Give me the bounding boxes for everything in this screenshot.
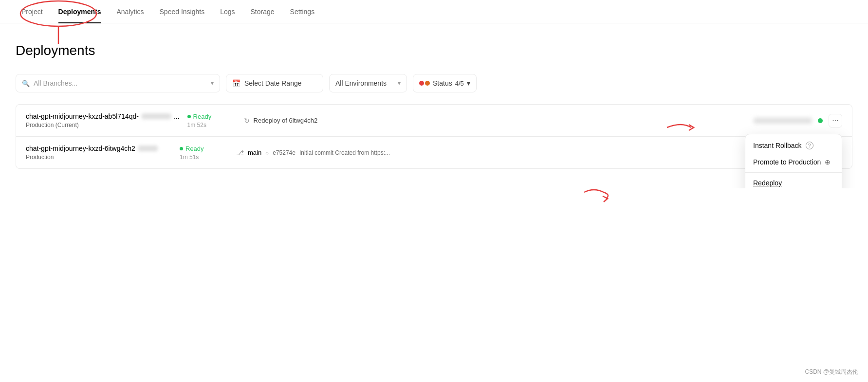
status-dots [419, 81, 430, 86]
chevron-down-icon: ▾ [211, 80, 214, 87]
deployment-name-blurred [138, 146, 158, 151]
nav-storage[interactable]: Storage [245, 0, 280, 23]
deployment-name: chat-gpt-midjourney-kxzd-6itwg4ch2 [26, 145, 172, 152]
deployment-time: 1m 51s [180, 154, 228, 161]
deployment-row: chat-gpt-midjourney-kxzd-ab5l714qd- ... … [16, 105, 852, 137]
nav-project[interactable]: Project [16, 0, 49, 23]
deployments-list: chat-gpt-midjourney-kxzd-ab5l714qd- ... … [16, 104, 852, 169]
status-count: 4/5 [455, 80, 464, 87]
menu-redeploy[interactable]: Redeploy [745, 175, 842, 188]
deployment-env: Production (Current) [26, 122, 180, 128]
nav-analytics[interactable]: Analytics [111, 0, 150, 23]
deployment-name: chat-gpt-midjourney-kxzd-ab5l714qd- ... [26, 112, 180, 120]
menu-promote-production[interactable]: Promote to Production ⊕ [745, 154, 842, 170]
active-indicator [818, 118, 823, 123]
deployment-time: 1m 52s [187, 122, 236, 128]
status-dot-green [180, 147, 183, 150]
deployment-status-section: Ready 1m 52s [187, 113, 236, 128]
branches-filter[interactable]: 🔍 All Branches... ▾ [16, 74, 220, 92]
nav-settings[interactable]: Settings [284, 0, 321, 23]
deployment-menu-button[interactable]: ··· [829, 114, 842, 127]
deployment-commit-section: ↻ Redeploy of 6itwg4ch2 [244, 117, 746, 125]
filters-row: 🔍 All Branches... ▾ 📅 Select Date Range … [16, 74, 852, 92]
deployment-status-section: Ready 1m 51s [180, 145, 228, 161]
commit-branch: main [248, 149, 261, 156]
deployment-name-text: chat-gpt-midjourney-kxzd-6itwg4ch2 [26, 145, 135, 152]
search-icon: 🔍 [22, 80, 30, 87]
deployment-env: Production [26, 154, 172, 161]
chevron-down-icon: ▾ [398, 80, 401, 87]
menu-item-label: Instant Rollback [753, 142, 802, 149]
nav-deployments[interactable]: Deployments [53, 0, 107, 23]
environment-filter[interactable]: All Environments ▾ [329, 74, 407, 92]
commit-arrow: ⟐ [265, 149, 269, 156]
deployment-actions: ··· [754, 114, 842, 127]
deployment-name-section: chat-gpt-midjourney-kxzd-ab5l714qd- ... … [26, 112, 180, 128]
menu-item-label: Redeploy [753, 179, 782, 187]
top-navigation: Project Deployments Analytics Speed Insi… [0, 0, 868, 23]
menu-item-label: Promote to Production [753, 158, 821, 166]
status-text: Ready [193, 113, 212, 120]
branches-placeholder: All Branches... [34, 79, 77, 87]
plus-icon: ⊕ [825, 158, 831, 166]
status-dot-red [419, 81, 424, 86]
chevron-down-icon: ▾ [467, 79, 470, 87]
menu-instant-rollback[interactable]: Instant Rollback ? [745, 137, 842, 154]
menu-divider [745, 172, 842, 173]
deployment-row: chat-gpt-midjourney-kxzd-6itwg4ch2 Produ… [16, 137, 852, 168]
nav-speed-insights[interactable]: Speed Insights [154, 0, 211, 23]
status-dot-green [187, 115, 191, 118]
redeploy-icon: ↻ [244, 117, 250, 125]
commit-hash: e75274e [273, 149, 295, 156]
status-filter[interactable]: Status 4/5 ▾ [413, 74, 477, 92]
date-range-filter[interactable]: 📅 Select Date Range [226, 74, 323, 92]
deployment-url-blurred [754, 118, 812, 124]
status-dot-orange [425, 81, 430, 86]
deployment-commit-section: ⎇ main ⟐ e75274e Initial commit Created … [236, 149, 820, 157]
deployment-name-blurred [142, 113, 171, 119]
page-title: Deployments [16, 43, 852, 58]
commit-message: Initial commit Created from https:... [299, 149, 390, 156]
calendar-icon: 📅 [232, 79, 240, 87]
deployment-name-text: chat-gpt-midjourney-kxzd-ab5l714qd- [26, 112, 139, 120]
info-icon: ? [806, 142, 813, 149]
date-range-label: Select Date Range [244, 79, 302, 87]
status-text: Ready [185, 145, 204, 152]
environment-label: All Environments [335, 79, 387, 87]
status-ready: Ready [180, 145, 228, 152]
status-filter-label: Status [433, 79, 452, 87]
status-ready: Ready [187, 113, 236, 120]
deployment-name-section: chat-gpt-midjourney-kxzd-6itwg4ch2 Produ… [26, 145, 172, 161]
deployment-name-suffix: ... [174, 112, 180, 120]
context-menu: Instant Rollback ? Promote to Production… [745, 134, 842, 188]
page-content: Deployments 🔍 All Branches... ▾ 📅 Select… [0, 23, 868, 188]
nav-logs[interactable]: Logs [214, 0, 240, 23]
branch-icon: ⎇ [236, 149, 244, 157]
commit-label: Redeploy of 6itwg4ch2 [254, 117, 318, 124]
